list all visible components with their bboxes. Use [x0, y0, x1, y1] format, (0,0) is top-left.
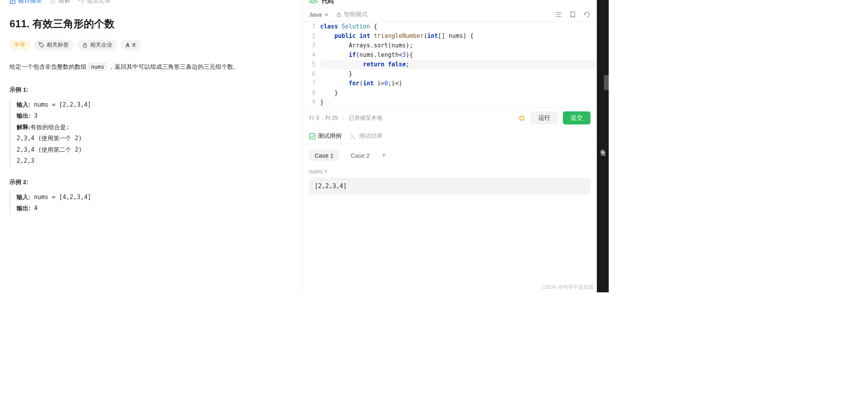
- scroll-indicator[interactable]: [604, 75, 609, 90]
- code-panel: </> 代码 Java 智能模式: [302, 0, 597, 292]
- code-header-label: 代码: [322, 0, 334, 5]
- svg-point-4: [40, 43, 41, 44]
- smart-mode[interactable]: 智能模式: [336, 11, 368, 18]
- flask-icon: [50, 0, 56, 4]
- example-1-title: 示例 1:: [9, 86, 293, 94]
- case-tab-1[interactable]: Case 1: [309, 150, 339, 161]
- code-header: </> 代码: [303, 0, 597, 8]
- example-1-block: 输入: nums = [2,2,3,4] 输出: 3 解释:有效的组合是: 2,…: [9, 99, 293, 167]
- debug-icon[interactable]: [518, 114, 526, 122]
- code-editor[interactable]: 123456789 class Solution { public int tr…: [303, 22, 597, 107]
- watermark: CSDN @狗哥不是甜妹: [542, 284, 594, 291]
- svg-rect-11: [309, 134, 315, 139]
- format-icon[interactable]: [555, 11, 562, 18]
- inline-code-nums: nums: [88, 62, 107, 71]
- tags-chip[interactable]: 相关标签: [34, 40, 74, 51]
- test-results-label: 测试结果: [359, 132, 383, 140]
- problem-chips: 中等 相关标签 相关企业 A文: [9, 40, 293, 51]
- lock-icon: [82, 42, 88, 48]
- tag-icon: [39, 42, 44, 48]
- tab-solution[interactable]: 题解: [50, 0, 70, 4]
- test-cases-label: 测试用例: [318, 132, 342, 140]
- add-case-button[interactable]: +: [381, 151, 386, 160]
- submit-button[interactable]: 提交: [563, 111, 591, 124]
- run-button[interactable]: 运行: [530, 111, 558, 124]
- check-square-icon: [309, 133, 315, 139]
- status-bar: 行 5，列 25 | 已存储至本地 运行 提交: [303, 107, 597, 128]
- language-label: Java: [309, 11, 322, 18]
- cursor-position: 行 5，列 25: [309, 115, 338, 122]
- sidebar-right: 年 知: [597, 0, 609, 292]
- code-lines[interactable]: class Solution { public int triangleNumb…: [320, 22, 597, 107]
- description-icon: [9, 0, 16, 4]
- companies-label: 相关企业: [90, 41, 112, 49]
- test-tabs: 测试用例 测试结果: [303, 128, 597, 144]
- font-icon-large: A: [126, 42, 130, 48]
- reset-icon[interactable]: [583, 11, 591, 18]
- tab-description[interactable]: 题目描述: [9, 0, 42, 4]
- difficulty-chip[interactable]: 中等: [9, 40, 30, 51]
- font-size-chip[interactable]: A文: [121, 40, 141, 50]
- code-toolbar: Java 智能模式: [303, 8, 597, 22]
- example-2-title: 示例 2:: [9, 179, 293, 186]
- save-status: 已存储至本地: [349, 115, 382, 122]
- case-input-value[interactable]: [2,2,3,4]: [309, 178, 591, 194]
- tab-description-label: 题目描述: [18, 0, 42, 4]
- chevron-down-icon: [324, 12, 329, 17]
- tab-test-results[interactable]: 测试结果: [350, 132, 383, 140]
- test-cases-area: Case 1 Case 2 + nums = [2,2,3,4]: [303, 144, 597, 200]
- lock-icon: [336, 12, 342, 17]
- companies-chip[interactable]: 相关企业: [77, 40, 117, 51]
- case-tab-2[interactable]: Case 2: [345, 150, 376, 161]
- tags-label: 相关标签: [47, 41, 69, 49]
- problem-panel: 题目描述 题解 提交记录 611. 有效三角形的个数 中等: [0, 0, 302, 292]
- case-input-label: nums =: [309, 168, 591, 175]
- language-select[interactable]: Java: [309, 11, 329, 18]
- svg-rect-6: [337, 14, 340, 17]
- tab-submissions-label: 提交记录: [87, 0, 111, 4]
- svg-rect-5: [83, 45, 87, 47]
- smart-mode-label: 智能模式: [344, 11, 368, 18]
- tab-submissions[interactable]: 提交记录: [78, 0, 111, 4]
- difficulty-label: 中等: [14, 41, 25, 49]
- left-tabs: 题目描述 题解 提交记录: [9, 0, 293, 8]
- code-icon: </>: [309, 0, 318, 5]
- gutter: 123456789: [303, 22, 320, 107]
- problem-description: 给定一个包含非负整数的数组 nums ，返回其中可以组成三角形三条边的三元组个数…: [9, 62, 293, 72]
- example-2-block: 输入: nums = [4,2,3,4] 输出: 4: [9, 192, 293, 214]
- history-icon: [78, 0, 85, 4]
- terminal-icon: [350, 133, 357, 139]
- problem-title: 611. 有效三角形的个数: [9, 17, 293, 31]
- tab-test-cases[interactable]: 测试用例: [309, 132, 342, 140]
- tab-solution-label: 题解: [58, 0, 70, 4]
- bookmark-icon[interactable]: [569, 11, 576, 18]
